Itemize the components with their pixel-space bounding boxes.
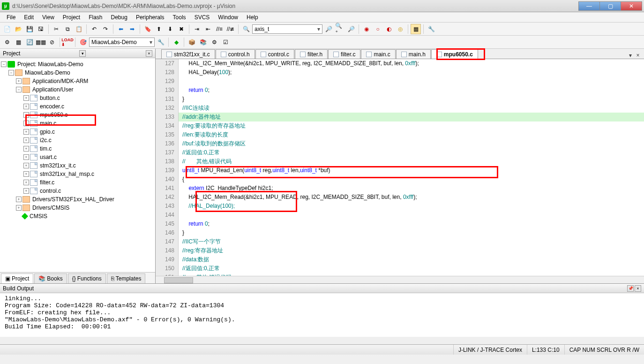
batch-build-icon[interactable]: ▦▦	[36, 37, 46, 47]
translate-icon[interactable]: ⚙	[2, 37, 12, 47]
stop-build-icon[interactable]: ⊘	[47, 37, 57, 47]
tree-cmsis[interactable]: CMSIS	[1, 212, 154, 220]
panel-close-icon[interactable]: ×	[146, 50, 152, 57]
manage-icon[interactable]: ⚙	[209, 37, 219, 47]
expand-icon[interactable]: −	[1, 61, 7, 67]
unindent-icon[interactable]: ⇤	[203, 24, 213, 34]
code-content[interactable]: HAL_I2C_Mem_Write(&hi2c1, MPU_WRITE, reg…	[179, 59, 644, 276]
pack-installer-icon[interactable]: 📦	[187, 37, 197, 47]
editor-tab[interactable]: filter.c	[328, 49, 360, 59]
copy-icon[interactable]: ⧉	[62, 24, 73, 34]
tree-group[interactable]: +Drivers/STM32F1xx_HAL_Driver	[1, 195, 154, 204]
project-tab-books[interactable]: 📚Books	[34, 273, 67, 283]
tree-file[interactable]: +stm32f1xx_it.c	[1, 161, 154, 170]
tab-dropdown-icon[interactable]: ▾	[627, 52, 634, 59]
target-select[interactable]: MiaowLabs-Demo ▾	[89, 38, 155, 47]
build-icon[interactable]: ▦	[13, 37, 23, 47]
build-output-body[interactable]: linking... Program Size: Code=14228 RO-d…	[0, 293, 644, 337]
editor-tab[interactable]: control.c	[255, 49, 294, 59]
expand-icon[interactable]: +	[23, 188, 29, 194]
tree-group[interactable]: +Application/MDK-ARM	[1, 77, 154, 85]
expand-icon[interactable]: +	[16, 197, 22, 202]
rebuild-icon[interactable]: 🔄	[24, 37, 35, 47]
expand-icon[interactable]: +	[23, 137, 29, 143]
undo-icon[interactable]: ↶	[89, 24, 99, 34]
find-combo[interactable]: axis_t ▾	[252, 24, 322, 34]
bookmark-prev-icon[interactable]: ⬆	[154, 24, 164, 34]
expand-icon[interactable]: −	[8, 70, 14, 76]
editor-tab[interactable]: main.c	[361, 49, 395, 59]
code-area[interactable]: 1271281291301311321331341351361371381391…	[156, 59, 644, 276]
editor-tab[interactable]: mpu6050.c	[431, 49, 478, 59]
find-in-files-icon[interactable]: 🔍	[241, 24, 251, 34]
tree-file[interactable]: +usart.c	[1, 153, 154, 161]
tree-file[interactable]: +filter.c	[1, 178, 154, 187]
panel-pin-icon[interactable]: 📌	[627, 285, 634, 292]
menu-debug[interactable]: Debug	[107, 13, 131, 22]
expand-icon[interactable]: +	[23, 180, 29, 185]
find-next-icon[interactable]: 🔎	[323, 24, 334, 34]
books-icon[interactable]: 📚	[198, 37, 208, 47]
editor-tab[interactable]: stm32f1xx_it.c	[161, 49, 215, 59]
expand-icon[interactable]: +	[23, 171, 29, 177]
nav-back-icon[interactable]: ⬅	[116, 24, 126, 34]
tree-project-root[interactable]: −Project: MiaowLabs-Demo	[1, 60, 154, 68]
expand-icon[interactable]: +	[16, 78, 22, 84]
menu-file[interactable]: File	[3, 13, 19, 22]
expand-icon[interactable]: +	[23, 95, 29, 101]
uncomment-icon[interactable]: //≢	[225, 24, 236, 34]
expand-icon[interactable]: +	[23, 154, 29, 160]
comment-icon[interactable]: //≡	[214, 24, 225, 34]
breakpoint-insert-icon[interactable]: ○	[373, 24, 383, 34]
expand-icon[interactable]: +	[23, 112, 29, 118]
open-file-icon[interactable]: 📂	[13, 24, 23, 34]
bookmark-clear-icon[interactable]: ✖	[176, 24, 187, 34]
tree-group[interactable]: +Drivers/CMSIS	[1, 204, 154, 212]
menu-edit[interactable]: Edit	[20, 13, 37, 22]
editor-tab[interactable]: main.h	[396, 49, 431, 59]
menu-project[interactable]: Project	[59, 13, 84, 22]
redo-icon[interactable]: ↷	[100, 24, 111, 34]
menu-peripherals[interactable]: Peripherals	[132, 13, 168, 22]
panel-dropdown-icon[interactable]: ▾	[79, 50, 86, 57]
bookmark-next-icon[interactable]: ⬇	[165, 24, 175, 34]
tree-file[interactable]: +gpio.c	[1, 128, 154, 136]
manage-rte-icon[interactable]: ◆	[171, 37, 181, 47]
window-layout-icon[interactable]: ▦	[411, 24, 421, 34]
select-packs-icon[interactable]: ☑	[220, 37, 231, 47]
build-horizontal-scrollbar[interactable]	[0, 337, 644, 344]
project-tab-functions[interactable]: {}Functions	[68, 273, 106, 283]
expand-icon[interactable]: +	[23, 121, 29, 126]
tree-target[interactable]: −MiaowLabs-Demo	[1, 68, 154, 77]
cut-icon[interactable]: ✂	[51, 24, 61, 34]
incremental-find-icon[interactable]: 🔍⁺	[335, 24, 345, 34]
tree-file[interactable]: +i2c.c	[1, 136, 154, 144]
editor-tab[interactable]: filter.h	[295, 49, 328, 59]
save-all-icon[interactable]: 🖫	[36, 24, 46, 34]
breakpoint-kill-icon[interactable]: ◎	[395, 24, 405, 34]
expand-icon[interactable]: +	[23, 163, 29, 168]
project-tab-project[interactable]: ▣Project	[1, 273, 33, 283]
project-tree[interactable]: −Project: MiaowLabs-Demo−MiaowLabs-Demo+…	[0, 58, 155, 272]
configure-icon[interactable]: 🔧	[426, 24, 436, 34]
editor-tab[interactable]: control.h	[216, 49, 255, 59]
expand-icon[interactable]: +	[23, 104, 29, 109]
maximize-button[interactable]: ▢	[599, 1, 621, 11]
find-icon[interactable]: 🔎	[346, 24, 356, 34]
menu-view[interactable]: View	[38, 13, 58, 22]
expand-icon[interactable]: +	[23, 129, 29, 135]
editor-horizontal-scrollbar[interactable]	[156, 276, 644, 283]
target-options-icon[interactable]: 🎯	[78, 37, 88, 47]
indent-icon[interactable]: ⇥	[192, 24, 202, 34]
new-file-icon[interactable]: 📄	[2, 24, 12, 34]
options-icon[interactable]: 🔧	[156, 37, 166, 47]
menu-help[interactable]: Help	[243, 13, 262, 22]
minimize-button[interactable]: —	[578, 1, 600, 11]
tree-file[interactable]: +stm32f1xx_hal_msp.c	[1, 170, 154, 178]
tree-file[interactable]: +encoder.c	[1, 102, 154, 111]
nav-fwd-icon[interactable]: ➡	[127, 24, 137, 34]
tree-group[interactable]: −Application/User	[1, 85, 154, 94]
panel-close-icon[interactable]: ×	[635, 285, 641, 292]
breakpoint-enable-icon[interactable]: ◐	[384, 24, 394, 34]
expand-icon[interactable]: +	[23, 146, 29, 152]
